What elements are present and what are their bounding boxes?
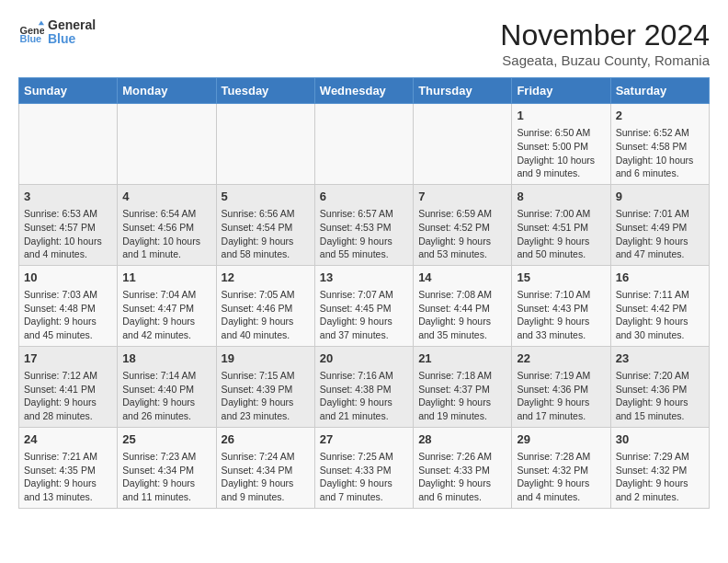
day-number: 29 bbox=[517, 431, 605, 448]
day-info: Sunrise: 7:18 AM Sunset: 4:37 PM Dayligh… bbox=[418, 369, 506, 423]
day-number: 11 bbox=[122, 270, 210, 286]
day-number: 13 bbox=[320, 270, 408, 286]
header-day-tuesday: Tuesday bbox=[216, 78, 314, 104]
calendar-cell: 24Sunrise: 7:21 AM Sunset: 4:35 PM Dayli… bbox=[19, 427, 118, 508]
day-number: 19 bbox=[222, 350, 310, 367]
calendar-cell bbox=[118, 104, 216, 185]
day-number: 9 bbox=[616, 189, 704, 205]
day-number: 22 bbox=[517, 350, 605, 367]
calendar-cell: 25Sunrise: 7:23 AM Sunset: 4:34 PM Dayli… bbox=[118, 427, 216, 508]
logo-text: General Blue bbox=[48, 18, 96, 47]
day-number: 3 bbox=[24, 189, 112, 205]
calendar-cell: 1Sunrise: 6:50 AM Sunset: 5:00 PM Daylig… bbox=[512, 104, 610, 185]
day-number: 5 bbox=[222, 189, 310, 205]
day-info: Sunrise: 7:26 AM Sunset: 4:33 PM Dayligh… bbox=[418, 450, 506, 504]
calendar-cell: 23Sunrise: 7:20 AM Sunset: 4:36 PM Dayli… bbox=[610, 346, 709, 427]
calendar-cell: 15Sunrise: 7:10 AM Sunset: 4:43 PM Dayli… bbox=[512, 265, 610, 346]
day-info: Sunrise: 7:28 AM Sunset: 4:32 PM Dayligh… bbox=[517, 450, 605, 504]
location: Sageata, Buzau County, Romania bbox=[500, 52, 710, 68]
day-info: Sunrise: 7:04 AM Sunset: 4:47 PM Dayligh… bbox=[122, 288, 210, 342]
svg-marker-2 bbox=[39, 21, 44, 26]
logo-icon: General Blue bbox=[18, 19, 44, 45]
day-info: Sunrise: 7:21 AM Sunset: 4:35 PM Dayligh… bbox=[24, 450, 112, 504]
title-area: November 2024 Sageata, Buzau County, Rom… bbox=[500, 18, 710, 68]
calendar-cell: 5Sunrise: 6:56 AM Sunset: 4:54 PM Daylig… bbox=[216, 184, 314, 265]
day-info: Sunrise: 7:11 AM Sunset: 4:42 PM Dayligh… bbox=[616, 288, 704, 342]
calendar-cell: 22Sunrise: 7:19 AM Sunset: 4:36 PM Dayli… bbox=[512, 346, 610, 427]
day-info: Sunrise: 6:52 AM Sunset: 4:58 PM Dayligh… bbox=[616, 126, 704, 180]
day-info: Sunrise: 7:20 AM Sunset: 4:36 PM Dayligh… bbox=[616, 369, 704, 423]
calendar-body: 1Sunrise: 6:50 AM Sunset: 5:00 PM Daylig… bbox=[19, 104, 710, 509]
day-info: Sunrise: 7:16 AM Sunset: 4:38 PM Dayligh… bbox=[320, 369, 408, 423]
calendar-cell: 28Sunrise: 7:26 AM Sunset: 4:33 PM Dayli… bbox=[414, 427, 512, 508]
day-info: Sunrise: 7:15 AM Sunset: 4:39 PM Dayligh… bbox=[222, 369, 310, 423]
calendar-cell bbox=[19, 104, 118, 185]
calendar-week-4: 17Sunrise: 7:12 AM Sunset: 4:41 PM Dayli… bbox=[19, 346, 710, 427]
calendar-cell: 7Sunrise: 6:59 AM Sunset: 4:52 PM Daylig… bbox=[414, 184, 512, 265]
day-number: 15 bbox=[517, 270, 605, 286]
calendar-cell bbox=[216, 104, 314, 185]
calendar-header-row: SundayMondayTuesdayWednesdayThursdayFrid… bbox=[19, 78, 710, 104]
day-info: Sunrise: 7:08 AM Sunset: 4:44 PM Dayligh… bbox=[418, 288, 506, 342]
calendar-cell: 21Sunrise: 7:18 AM Sunset: 4:37 PM Dayli… bbox=[414, 346, 512, 427]
calendar-cell: 6Sunrise: 6:57 AM Sunset: 4:53 PM Daylig… bbox=[314, 184, 413, 265]
day-info: Sunrise: 6:53 AM Sunset: 4:57 PM Dayligh… bbox=[24, 207, 112, 261]
calendar-cell: 29Sunrise: 7:28 AM Sunset: 4:32 PM Dayli… bbox=[512, 427, 610, 508]
day-number: 4 bbox=[122, 189, 210, 205]
day-number: 16 bbox=[616, 270, 704, 286]
calendar-week-1: 1Sunrise: 6:50 AM Sunset: 5:00 PM Daylig… bbox=[19, 104, 710, 185]
day-number: 17 bbox=[24, 350, 112, 367]
calendar-cell: 19Sunrise: 7:15 AM Sunset: 4:39 PM Dayli… bbox=[216, 346, 314, 427]
calendar-table: SundayMondayTuesdayWednesdayThursdayFrid… bbox=[18, 77, 710, 509]
calendar-cell: 27Sunrise: 7:25 AM Sunset: 4:33 PM Dayli… bbox=[314, 427, 413, 508]
calendar-cell: 26Sunrise: 7:24 AM Sunset: 4:34 PM Dayli… bbox=[216, 427, 314, 508]
day-info: Sunrise: 7:03 AM Sunset: 4:48 PM Dayligh… bbox=[24, 288, 112, 342]
day-info: Sunrise: 7:25 AM Sunset: 4:33 PM Dayligh… bbox=[320, 450, 408, 504]
day-info: Sunrise: 7:23 AM Sunset: 4:34 PM Dayligh… bbox=[122, 450, 210, 504]
header: General Blue General Blue November 2024 … bbox=[18, 18, 710, 68]
day-info: Sunrise: 7:24 AM Sunset: 4:34 PM Dayligh… bbox=[222, 450, 310, 504]
day-info: Sunrise: 7:19 AM Sunset: 4:36 PM Dayligh… bbox=[517, 369, 605, 423]
calendar-cell: 11Sunrise: 7:04 AM Sunset: 4:47 PM Dayli… bbox=[118, 265, 216, 346]
day-info: Sunrise: 6:56 AM Sunset: 4:54 PM Dayligh… bbox=[222, 207, 310, 261]
day-info: Sunrise: 7:12 AM Sunset: 4:41 PM Dayligh… bbox=[24, 369, 112, 423]
header-day-sunday: Sunday bbox=[19, 78, 118, 104]
day-info: Sunrise: 6:59 AM Sunset: 4:52 PM Dayligh… bbox=[418, 207, 506, 261]
day-number: 25 bbox=[122, 431, 210, 448]
day-number: 2 bbox=[616, 108, 704, 124]
header-day-wednesday: Wednesday bbox=[314, 78, 413, 104]
day-number: 24 bbox=[24, 431, 112, 448]
day-number: 28 bbox=[418, 431, 506, 448]
day-info: Sunrise: 6:54 AM Sunset: 4:56 PM Dayligh… bbox=[122, 207, 210, 261]
calendar-cell: 9Sunrise: 7:01 AM Sunset: 4:49 PM Daylig… bbox=[610, 184, 709, 265]
calendar-cell: 14Sunrise: 7:08 AM Sunset: 4:44 PM Dayli… bbox=[414, 265, 512, 346]
day-number: 23 bbox=[616, 350, 704, 367]
day-info: Sunrise: 7:05 AM Sunset: 4:46 PM Dayligh… bbox=[222, 288, 310, 342]
day-number: 21 bbox=[418, 350, 506, 367]
calendar-cell: 4Sunrise: 6:54 AM Sunset: 4:56 PM Daylig… bbox=[118, 184, 216, 265]
day-number: 30 bbox=[616, 431, 704, 448]
month-title: November 2024 bbox=[500, 18, 710, 52]
day-info: Sunrise: 7:07 AM Sunset: 4:45 PM Dayligh… bbox=[320, 288, 408, 342]
logo: General Blue General Blue bbox=[18, 18, 96, 47]
day-number: 20 bbox=[320, 350, 408, 367]
calendar-cell: 30Sunrise: 7:29 AM Sunset: 4:32 PM Dayli… bbox=[610, 427, 709, 508]
logo-general: General bbox=[48, 18, 96, 32]
calendar-cell bbox=[314, 104, 413, 185]
day-number: 8 bbox=[517, 189, 605, 205]
header-day-saturday: Saturday bbox=[610, 78, 709, 104]
calendar-cell: 18Sunrise: 7:14 AM Sunset: 4:40 PM Dayli… bbox=[118, 346, 216, 427]
day-info: Sunrise: 6:50 AM Sunset: 5:00 PM Dayligh… bbox=[517, 126, 605, 180]
day-number: 18 bbox=[122, 350, 210, 367]
calendar-week-5: 24Sunrise: 7:21 AM Sunset: 4:35 PM Dayli… bbox=[19, 427, 710, 508]
header-day-thursday: Thursday bbox=[414, 78, 512, 104]
day-info: Sunrise: 7:29 AM Sunset: 4:32 PM Dayligh… bbox=[616, 450, 704, 504]
calendar-cell: 3Sunrise: 6:53 AM Sunset: 4:57 PM Daylig… bbox=[19, 184, 118, 265]
calendar-week-2: 3Sunrise: 6:53 AM Sunset: 4:57 PM Daylig… bbox=[19, 184, 710, 265]
day-info: Sunrise: 7:10 AM Sunset: 4:43 PM Dayligh… bbox=[517, 288, 605, 342]
day-info: Sunrise: 7:00 AM Sunset: 4:51 PM Dayligh… bbox=[517, 207, 605, 261]
calendar-cell: 8Sunrise: 7:00 AM Sunset: 4:51 PM Daylig… bbox=[512, 184, 610, 265]
day-number: 27 bbox=[320, 431, 408, 448]
calendar-week-3: 10Sunrise: 7:03 AM Sunset: 4:48 PM Dayli… bbox=[19, 265, 710, 346]
header-day-friday: Friday bbox=[512, 78, 610, 104]
